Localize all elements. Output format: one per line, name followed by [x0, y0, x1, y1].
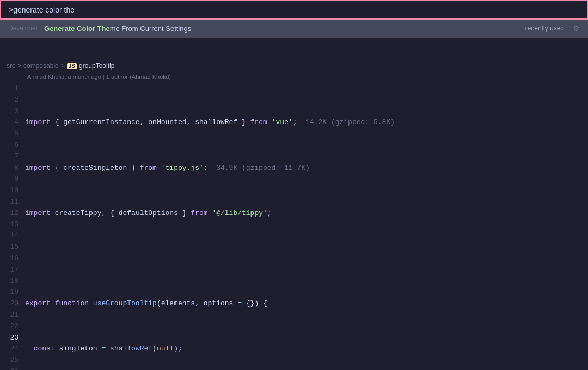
- code-line: import createTippy, { defaultOptions } f…: [23, 208, 588, 219]
- line-numbers: 1 2 3 4 5 6 7 8 9 10 11 12 13 14 15 16 1…: [0, 83, 23, 370]
- command-category: Developer:: [8, 24, 40, 32]
- command-badge: recently used: [525, 24, 564, 32]
- breadcrumb: src > composable > JS groupTooltip: [0, 60, 588, 72]
- breadcrumb-js-icon: JS: [67, 63, 77, 69]
- command-item-generate-color[interactable]: Developer: Generate Color Theme From Cur…: [1, 20, 587, 37]
- breadcrumb-file: groupTooltip: [79, 62, 114, 70]
- breadcrumb-src: src: [7, 62, 15, 70]
- blame-text: Ahmad Kholid, a month ago | 1 author (Ah…: [27, 73, 171, 80]
- gear-icon: ⚙: [573, 24, 580, 33]
- code-line: const singleton = shallowRef(null);: [23, 343, 588, 355]
- editor-layout: V navbar.vue H WorkflowBuilder.v {} .jso…: [0, 0, 588, 370]
- command-input[interactable]: [1, 1, 587, 18]
- command-palette: Developer: Generate Color Theme From Cur…: [0, 0, 588, 38]
- code-lines[interactable]: import { getCurrentInstance, onMounted, …: [23, 83, 588, 370]
- code-line: import { createSingleton } from 'tippy.j…: [23, 163, 588, 174]
- command-item-label: Generate Color Theme From Current Settin…: [44, 24, 521, 33]
- code-area: 1 2 3 4 5 6 7 8 9 10 11 12 13 14 15 16 1…: [0, 81, 588, 370]
- command-dropdown: Developer: Generate Color Theme From Cur…: [0, 20, 588, 38]
- breadcrumb-composable: composable: [23, 62, 59, 70]
- command-input-wrapper: [0, 0, 588, 20]
- code-line: import { getCurrentInstance, onMounted, …: [23, 117, 588, 128]
- code-line: [23, 253, 588, 264]
- blame-line: Ahmad Kholid, a month ago | 1 author (Ah…: [0, 72, 588, 81]
- code-line: export function useGroupTooltip(elements…: [23, 298, 588, 310]
